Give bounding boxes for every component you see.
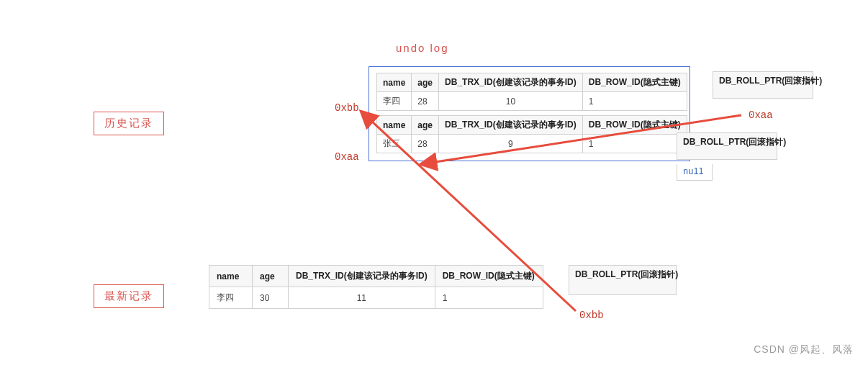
table-row: 李四 30 11 1: [209, 287, 543, 309]
table-row: 李四 28 10 1: [377, 92, 687, 111]
col-age: age: [253, 266, 289, 287]
table-header-row: name age DB_TRX_ID(创建该记录的事务ID) DB_ROW_ID…: [377, 116, 687, 135]
col-name: name: [377, 73, 412, 92]
col-row: DB_ROW_ID(隐式主键): [582, 73, 687, 92]
cell-age: 28: [412, 92, 439, 111]
history-table-1: name age DB_TRX_ID(创建该记录的事务ID) DB_ROW_ID…: [376, 73, 687, 111]
cell-trx: 9: [439, 135, 583, 153]
col-trx: DB_TRX_ID(创建该记录的事务ID): [439, 73, 583, 92]
col-age: age: [412, 116, 439, 135]
watermark: CSDN @风起、风落: [754, 343, 854, 356]
roll-ptr-value-latest: 0xbb: [579, 310, 604, 321]
undo-log-title: undo log: [396, 42, 449, 54]
cell-name: 李四: [209, 287, 253, 309]
cell-trx: 11: [289, 287, 435, 309]
table-row: 张三 28 9 1: [377, 135, 687, 153]
roll-ptr-header-1: DB_ROLL_PTR(回滚指针): [713, 71, 813, 99]
cell-name: 李四: [377, 92, 412, 111]
col-name: name: [377, 116, 412, 135]
roll-ptr-value-1: 0xaa: [749, 109, 773, 121]
cell-age: 28: [412, 135, 439, 153]
col-name: name: [209, 266, 253, 287]
undo-log-box: name age DB_TRX_ID(创建该记录的事务ID) DB_ROW_ID…: [369, 66, 690, 161]
history-label: 历史记录: [94, 112, 164, 135]
latest-label: 最新记录: [94, 284, 164, 308]
table-header-row: name age DB_TRX_ID(创建该记录的事务ID) DB_ROW_ID…: [209, 266, 543, 287]
cell-row: 1: [582, 92, 687, 111]
cell-name: 张三: [377, 135, 412, 153]
cell-row: 1: [582, 135, 687, 153]
col-row: DB_ROW_ID(隐式主键): [435, 266, 543, 287]
cell-trx: 10: [439, 92, 583, 111]
pointer-arrows: [0, 0, 868, 365]
table-header-row: name age DB_TRX_ID(创建该记录的事务ID) DB_ROW_ID…: [377, 73, 687, 92]
roll-ptr-value-2: null: [677, 164, 713, 181]
cell-row: 1: [435, 287, 543, 309]
col-trx: DB_TRX_ID(创建该记录的事务ID): [289, 266, 435, 287]
roll-ptr-header-2: DB_ROLL_PTR(回滚指针): [677, 132, 777, 160]
latest-table: name age DB_TRX_ID(创建该记录的事务ID) DB_ROW_ID…: [209, 265, 543, 309]
history-table-2: name age DB_TRX_ID(创建该记录的事务ID) DB_ROW_ID…: [376, 115, 687, 153]
col-age: age: [412, 73, 439, 92]
roll-ptr-header-latest: DB_ROLL_PTR(回滚指针): [569, 265, 677, 295]
addr-label-0xbb: 0xbb: [335, 102, 359, 114]
col-trx: DB_TRX_ID(创建该记录的事务ID): [439, 116, 583, 135]
cell-age: 30: [253, 287, 289, 309]
col-row: DB_ROW_ID(隐式主键): [582, 116, 687, 135]
addr-label-0xaa: 0xaa: [335, 151, 359, 163]
